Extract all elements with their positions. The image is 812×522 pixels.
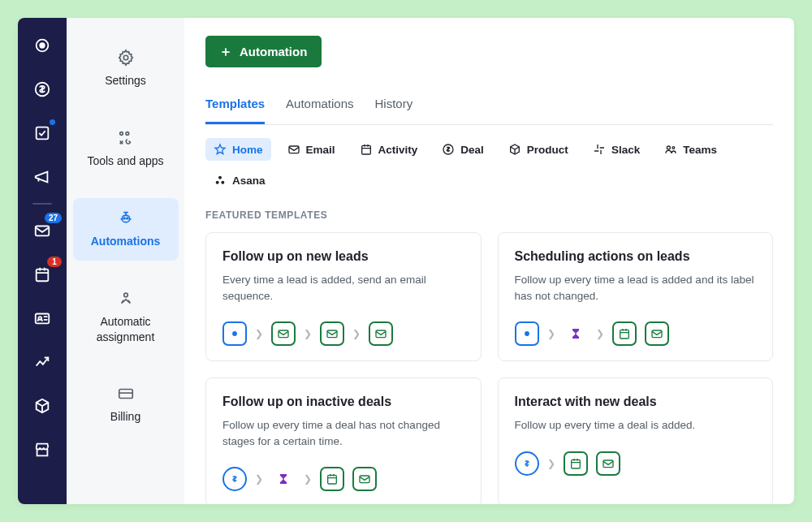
svg-point-1 <box>40 43 45 48</box>
mail-icon <box>352 467 377 491</box>
nav-insights-icon[interactable] <box>31 351 54 373</box>
filter-home[interactable]: Home <box>205 138 271 161</box>
calendar-icon <box>320 467 344 491</box>
card-title: Scheduling actions on leads <box>515 249 757 264</box>
chevron-right-icon: ❯ <box>352 328 361 339</box>
filter-activity[interactable]: Activity <box>352 138 426 161</box>
card-desc: Every time a lead is added, send an emai… <box>222 272 464 304</box>
svg-rect-25 <box>279 330 288 338</box>
filter-product[interactable]: Product <box>500 138 577 161</box>
filter-label: Teams <box>683 144 717 156</box>
card-desc: Follow up every time a deal is added. <box>515 417 757 434</box>
svg-point-13 <box>126 218 127 219</box>
svg-point-10 <box>126 132 129 136</box>
side-label: Tools and apps <box>87 154 163 167</box>
button-label: Automation <box>240 45 307 58</box>
svg-rect-3 <box>37 127 49 140</box>
nav-deals-icon[interactable] <box>31 78 54 101</box>
side-label: Automatic assignment <box>97 315 155 343</box>
nav-activities-icon[interactable]: 1 <box>31 263 54 286</box>
section-label: FEATURED TEMPLATES <box>205 209 773 221</box>
chevron-right-icon: ❯ <box>547 458 555 469</box>
template-card[interactable]: Follow up on inactive deals Follow up ev… <box>205 377 482 504</box>
nav-marketplace-icon[interactable] <box>31 438 54 461</box>
card-flow: ❯ ❯ <box>515 321 757 346</box>
side-panel: Settings Tools and apps Automations Auto… <box>67 18 184 504</box>
filter-label: Asana <box>232 175 266 187</box>
tab-automations[interactable]: Automations <box>286 88 353 124</box>
svg-point-23 <box>221 181 224 184</box>
svg-rect-34 <box>603 460 613 468</box>
tab-templates[interactable]: Templates <box>205 88 265 124</box>
svg-rect-29 <box>620 330 628 339</box>
nav-leads-icon[interactable] <box>31 34 54 57</box>
wait-icon <box>564 321 588 346</box>
template-card[interactable]: Scheduling actions on leads Follow up ev… <box>498 232 774 361</box>
chevron-right-icon: ❯ <box>304 328 312 339</box>
svg-point-12 <box>123 218 125 219</box>
nav-campaigns-icon[interactable] <box>31 166 54 188</box>
tabs: Templates Automations History <box>205 88 773 125</box>
plus-icon <box>220 46 231 58</box>
app-shell: 27 1 Settings Tools and apps A <box>18 18 794 504</box>
side-item-settings[interactable]: Settings <box>73 37 179 100</box>
filter-bar: Home Email Activity Deal Product Slack <box>205 138 773 192</box>
filter-deal[interactable]: Deal <box>434 138 492 161</box>
tab-history[interactable]: History <box>374 88 412 124</box>
svg-rect-33 <box>571 459 580 468</box>
nav-contacts-icon[interactable] <box>31 307 54 330</box>
card-flow: ❯ ❯ <box>222 467 464 491</box>
svg-rect-31 <box>328 476 337 485</box>
nav-products-icon[interactable] <box>31 395 54 417</box>
svg-point-14 <box>123 293 127 297</box>
template-card[interactable]: Interact with new deals Follow up every … <box>498 377 774 504</box>
calendar-icon <box>360 143 373 156</box>
svg-point-20 <box>672 147 675 149</box>
filter-slack[interactable]: Slack <box>585 138 648 161</box>
side-item-automations[interactable]: Automations <box>73 198 179 261</box>
card-flow: ❯ <box>515 451 757 476</box>
svg-rect-16 <box>289 146 299 153</box>
add-automation-button[interactable]: Automation <box>205 36 322 67</box>
chevron-right-icon: ❯ <box>255 473 263 485</box>
nav-activities-badge: 1 <box>47 257 62 267</box>
side-item-assignment[interactable]: Automatic assignment <box>73 278 179 356</box>
mail-icon <box>645 321 669 346</box>
card-flow: ❯ ❯ ❯ <box>222 321 464 346</box>
template-cards: Follow up on new leads Every time a lead… <box>205 232 773 504</box>
side-item-tools[interactable]: Tools and apps <box>73 118 179 180</box>
card-desc: Follow up every time a deal has not chan… <box>222 417 464 449</box>
target-icon <box>515 321 539 346</box>
filter-email[interactable]: Email <box>279 138 343 161</box>
mail-icon <box>271 321 296 346</box>
nav-separator <box>32 203 52 205</box>
teams-icon <box>664 143 677 156</box>
mail-icon <box>596 451 620 476</box>
wait-icon <box>271 467 296 491</box>
filter-teams[interactable]: Teams <box>656 138 725 161</box>
svg-point-21 <box>218 176 222 179</box>
robot-icon <box>117 209 135 227</box>
chevron-right-icon: ❯ <box>596 328 604 339</box>
filter-asana[interactable]: Asana <box>205 169 274 192</box>
dollar-icon <box>222 467 247 491</box>
main-content: Automation Templates Automations History… <box>184 18 794 504</box>
star-icon <box>214 143 227 156</box>
nav-projects-icon[interactable] <box>31 122 54 145</box>
box-icon <box>508 143 521 156</box>
svg-point-19 <box>667 146 670 149</box>
calendar-icon <box>564 451 588 476</box>
side-item-billing[interactable]: Billing <box>73 373 179 436</box>
filter-label: Email <box>306 144 335 156</box>
svg-rect-26 <box>327 330 337 338</box>
target-icon <box>222 321 247 346</box>
card-desc: Follow up every time a lead is added and… <box>515 272 757 304</box>
chevron-right-icon: ❯ <box>255 328 263 339</box>
calendar-icon <box>612 321 637 346</box>
svg-rect-5 <box>37 270 49 282</box>
side-label: Billing <box>110 410 140 423</box>
filter-label: Activity <box>378 144 418 156</box>
nav-mail-badge: 27 <box>45 213 62 223</box>
template-card[interactable]: Follow up on new leads Every time a lead… <box>205 232 482 361</box>
nav-mail-icon[interactable]: 27 <box>31 219 54 242</box>
